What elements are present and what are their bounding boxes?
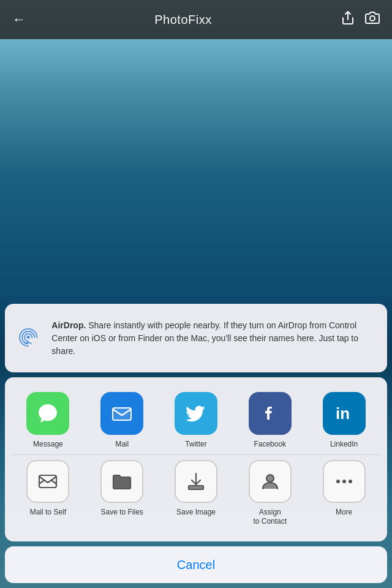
facebook-label: Facebook: [254, 440, 286, 450]
svg-point-11: [336, 480, 340, 483]
linkedin-icon: in: [323, 392, 366, 435]
save-image-label: Save Image: [176, 508, 216, 518]
assign-to-contact-button[interactable]: Assign to Contact: [236, 460, 304, 527]
assign-to-contact-label: Assign to Contact: [253, 508, 287, 527]
svg-point-13: [349, 480, 352, 483]
svg-point-1: [370, 16, 375, 21]
message-label: Message: [33, 440, 63, 450]
twitter-icon: [175, 392, 217, 435]
more-button[interactable]: More: [311, 460, 378, 518]
twitter-label: Twitter: [185, 440, 206, 450]
save-image-button[interactable]: Save Image: [162, 460, 230, 518]
camera-icon[interactable]: [365, 10, 380, 29]
mail-to-self-icon: [26, 460, 69, 503]
share-twitter-button[interactable]: Twitter: [162, 392, 230, 450]
svg-point-2: [27, 336, 30, 339]
save-to-files-icon: [100, 460, 143, 503]
mail-icon: [100, 392, 143, 435]
top-navigation-bar: ← PhotoFixx: [0, 0, 392, 39]
svg-text:in: in: [336, 404, 350, 423]
mail-label: Mail: [115, 440, 129, 450]
linkedin-label: LinkedIn: [330, 440, 358, 450]
facebook-icon: [249, 392, 292, 435]
svg-point-10: [266, 475, 274, 482]
airdrop-description: AirDrop. Share instantly with people nea…: [51, 319, 375, 358]
share-icon[interactable]: [341, 10, 355, 29]
share-apps-panel: Message Mail Twitter: [5, 377, 387, 541]
more-label: More: [336, 508, 352, 518]
share-linkedin-button[interactable]: in LinkedIn: [311, 392, 378, 450]
save-to-files-label: Save to Files: [101, 508, 143, 518]
share-apps-row: Message Mail Twitter: [11, 387, 381, 454]
svg-point-12: [342, 480, 346, 483]
svg-rect-3: [113, 408, 131, 420]
airdrop-panel: AirDrop. Share instantly with people nea…: [5, 304, 387, 372]
cancel-label: Cancel: [177, 558, 215, 572]
more-icon: [323, 460, 366, 503]
share-message-button[interactable]: Message: [14, 392, 81, 450]
mail-to-self-button[interactable]: Mail to Self: [14, 460, 81, 518]
back-button[interactable]: ←: [12, 12, 26, 28]
share-facebook-button[interactable]: Facebook: [236, 392, 304, 450]
mail-to-self-label: Mail to Self: [30, 508, 66, 518]
message-icon: [26, 392, 69, 435]
actions-row: Mail to Self Save to Files: [11, 454, 381, 532]
save-image-icon: [175, 460, 217, 503]
svg-rect-9: [189, 486, 203, 489]
save-to-files-button[interactable]: Save to Files: [88, 460, 156, 518]
cancel-button[interactable]: Cancel: [5, 546, 387, 583]
share-mail-button[interactable]: Mail: [88, 392, 156, 450]
assign-to-contact-icon: [249, 460, 292, 503]
share-sheet: AirDrop. Share instantly with people nea…: [0, 304, 392, 588]
app-title: PhotoFixx: [154, 13, 211, 27]
airdrop-icon: [17, 316, 39, 360]
